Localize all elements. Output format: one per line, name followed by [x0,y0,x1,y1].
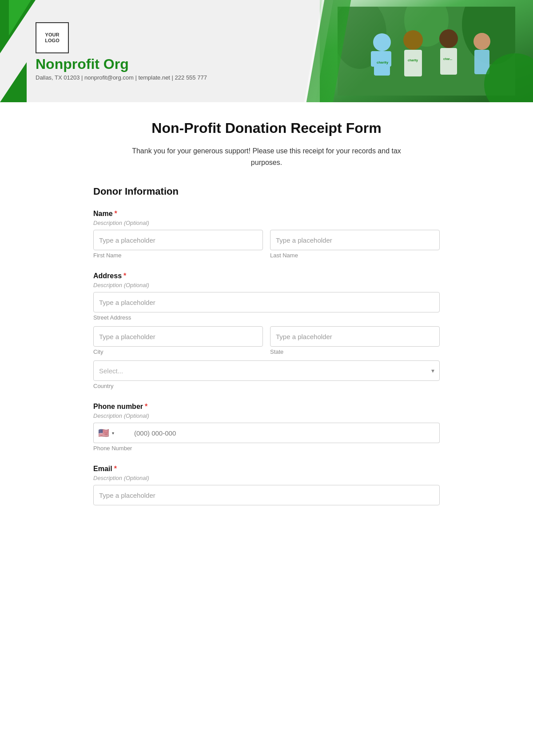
address-description: Description (Optional) [93,282,440,288]
phone-sublabel: Phone Number [93,445,440,452]
phone-row: 🇺🇸 ▾ [93,423,440,443]
state-sublabel: State [270,348,440,355]
city-state-row: City State [93,326,440,355]
first-name-input[interactable] [93,230,263,250]
name-required: * [115,210,117,217]
phone-label: Phone number* [93,403,440,411]
street-sublabel: Street Address [93,314,440,321]
email-field-group: Email* Description (Optional) [93,465,440,505]
city-input[interactable] [93,326,263,347]
page-header: YOUR LOGO Nonprofit Org Dallas, TX 01203… [0,0,533,102]
header-left: YOUR LOGO Nonprofit Org Dallas, TX 01203… [36,22,207,81]
org-contact: Dallas, TX 01203 | nonprofit@org.com | t… [36,74,207,81]
country-sublabel: Country [93,383,440,389]
first-name-sublabel: First Name [93,252,263,259]
phone-description: Description (Optional) [93,412,440,419]
form-title: Non-Profit Donation Receipt Form [93,120,440,136]
logo-line1: YOUR [45,32,60,38]
street-address-group: Street Address [93,292,440,321]
deco-bottom-left [0,62,27,102]
form-subtitle: Thank you for your generous support! Ple… [115,145,418,168]
country-group: Select... United States Canada United Ki… [93,360,440,389]
address-required: * [123,272,126,280]
header-image: charity charity char... [320,0,533,102]
address-label: Address* [93,272,440,280]
state-input[interactable] [270,326,440,347]
name-label: Name* [93,210,440,218]
email-label: Email* [93,465,440,473]
chevron-down-icon: ▾ [112,431,114,436]
logo-box: YOUR LOGO [36,22,69,53]
flag-select[interactable]: 🇺🇸 ▾ [93,423,129,443]
last-name-input[interactable] [270,230,440,250]
flag-emoji: 🇺🇸 [98,428,109,438]
email-description: Description (Optional) [93,475,440,481]
org-name: Nonprofit Org [36,56,207,72]
city-col: City [93,326,263,355]
city-sublabel: City [93,348,263,355]
email-input[interactable] [93,485,440,505]
name-row: First Name Last Name [93,230,440,259]
last-name-col: Last Name [270,230,440,259]
state-col: State [270,326,440,355]
phone-field-group: Phone number* Description (Optional) 🇺🇸 … [93,403,440,452]
street-input[interactable] [93,292,440,312]
last-name-sublabel: Last Name [270,252,440,259]
main-content: Non-Profit Donation Receipt Form Thank y… [67,102,466,536]
first-name-col: First Name [93,230,263,259]
country-select-wrapper: Select... United States Canada United Ki… [93,360,440,381]
name-description: Description (Optional) [93,220,440,226]
email-required: * [114,465,117,472]
phone-input[interactable] [129,423,440,443]
deco-top-left2 [9,0,31,36]
country-select[interactable]: Select... United States Canada United Ki… [93,360,440,381]
header-photo: charity charity char... [320,0,533,102]
section-donor-title: Donor Information [93,186,440,197]
address-field-group: Address* Description (Optional) Street A… [93,272,440,389]
phone-required: * [145,403,147,410]
name-field-group: Name* Description (Optional) First Name … [93,210,440,259]
logo-line2: LOGO [45,38,59,44]
